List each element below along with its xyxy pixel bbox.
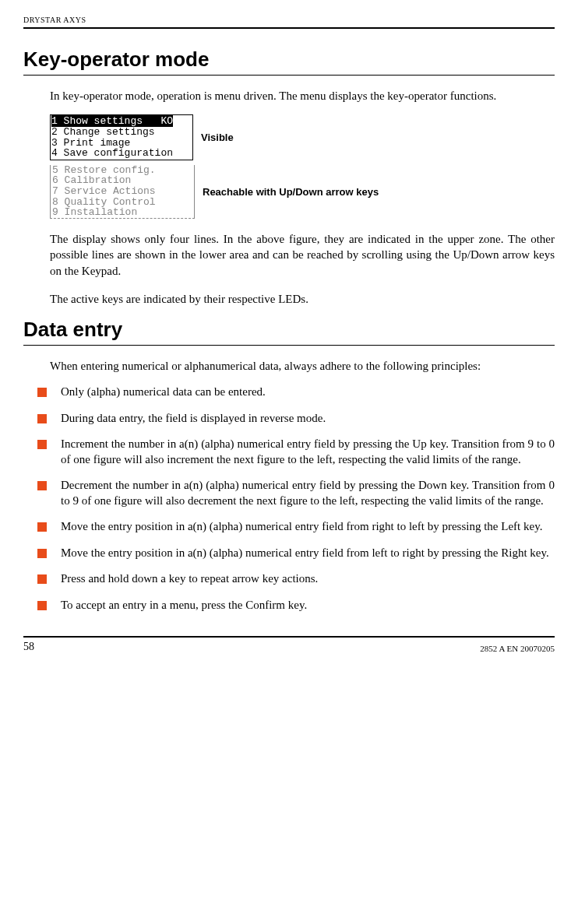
lcd-hidden-zone: 5 Restore config. 6 Calibration 7 Servic… xyxy=(50,165,195,219)
bullet-list: Only (alpha) numerical data can be enter… xyxy=(37,385,555,613)
paragraph: When entering numerical or alphanumerica… xyxy=(50,358,555,374)
section-title-data-entry: Data entry xyxy=(23,318,555,346)
section-title-key-operator: Key-operator mode xyxy=(23,47,555,76)
lcd-visible-zone: 1 Show settings KO 2 Change settings 3 P… xyxy=(50,114,193,160)
list-item: Increment the number in a(n) (alpha) num… xyxy=(37,437,555,467)
annotation-reachable: Reachable with Up/Down arrow keys xyxy=(203,186,379,198)
page-footer: 58 2852 A EN 20070205 xyxy=(23,636,555,655)
page-number: 58 xyxy=(23,641,45,653)
list-item: Press and hold down a key to repeat arro… xyxy=(37,571,555,587)
lcd-figure: 1 Show settings KO 2 Change settings 3 P… xyxy=(50,114,555,219)
paragraph: In key-operator mode, operation is menu … xyxy=(50,88,555,104)
paragraph: The active keys are indicated by their r… xyxy=(50,291,555,307)
annotation-visible: Visible xyxy=(201,132,234,143)
list-item: Move the entry position in a(n) (alpha) … xyxy=(37,546,555,561)
paragraph: The display shows only four lines. In th… xyxy=(50,231,555,279)
list-item: Move the entry position in a(n) (alpha) … xyxy=(37,519,555,535)
list-item: To accept an entry in a menu, press the … xyxy=(37,598,555,613)
running-head: DRYSTAR AXYS xyxy=(23,16,555,27)
document-id: 2852 A EN 20070205 xyxy=(480,644,555,653)
list-item: During data entry, the field is displaye… xyxy=(37,411,555,427)
top-rule xyxy=(23,27,555,29)
list-item: Decrement the number in a(n) (alpha) num… xyxy=(37,478,555,508)
list-item: Only (alpha) numerical data can be enter… xyxy=(37,385,555,400)
